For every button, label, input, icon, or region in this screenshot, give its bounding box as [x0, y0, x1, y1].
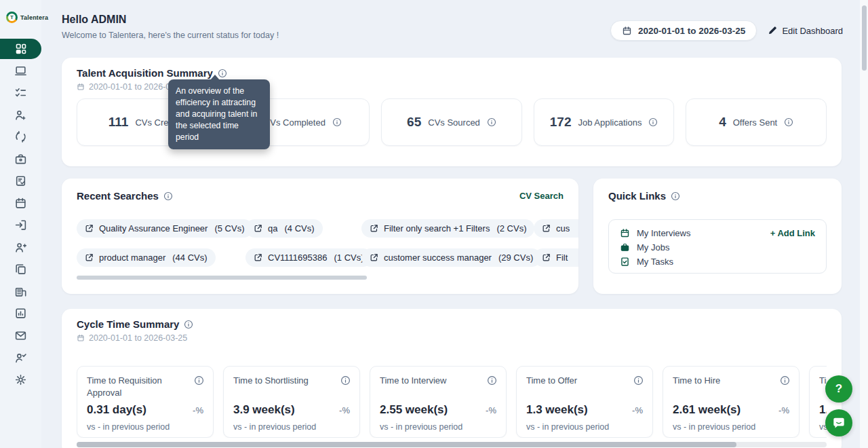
- sidebar-item-copy[interactable]: [0, 259, 41, 281]
- user-plus-icon: [14, 109, 27, 122]
- date-range-picker[interactable]: 2020-01-01 to 2026-03-25: [610, 20, 757, 41]
- date-range-value: 2020-01-01 to 2026-03-25: [638, 26, 745, 36]
- cycle-time-scrollbar-track: [77, 442, 827, 447]
- briefcase-icon: [14, 153, 27, 166]
- summary-title: Talent Acquisition Summary: [77, 67, 213, 79]
- sidebar-item-user-plus[interactable]: [0, 104, 41, 126]
- search-chip[interactable]: qa(4 CVs): [245, 219, 323, 238]
- person-add-icon: [14, 241, 27, 254]
- stat-offers-sent: 4 Offers Sent: [686, 98, 827, 146]
- sidebar-item-building[interactable]: [0, 280, 41, 303]
- sidebar-item-checklist[interactable]: [0, 82, 41, 105]
- sidebar-item-sync[interactable]: [0, 126, 41, 149]
- dashboard-icon: [15, 43, 27, 55]
- recent-searches-row-2: product manager(44 CVs) CV1111695386(1 C…: [77, 248, 564, 267]
- sidebar-item-report[interactable]: [0, 303, 41, 325]
- sidebar-nav: [0, 60, 41, 391]
- stat-cvs-sourced: 65 CVs Sourced: [381, 98, 522, 146]
- search-chip[interactable]: CV1111695386(1 CVs): [245, 248, 372, 267]
- info-icon[interactable]: [487, 375, 497, 386]
- search-chip[interactable]: Filt: [534, 248, 578, 267]
- sidebar-item-settings[interactable]: [0, 369, 41, 391]
- cycle-card-clipped: Tim 1.1 vs: [809, 366, 827, 438]
- page-scrollbar-thumb[interactable]: [862, 5, 867, 71]
- quick-link-my-tasks[interactable]: My Tasks: [620, 255, 815, 269]
- cycle-card-time-to-hire: Time to Hire 2.61 week(s)-% vs - in prev…: [663, 366, 800, 438]
- quick-links-title: Quick Links: [608, 190, 666, 202]
- info-icon[interactable]: [487, 117, 496, 127]
- quick-link-my-jobs[interactable]: My Jobs: [620, 240, 815, 255]
- cycle-time-title: Cycle Time Summary: [77, 318, 179, 330]
- info-icon[interactable]: [780, 375, 790, 386]
- user-check-icon: [14, 351, 27, 364]
- info-icon[interactable]: [340, 375, 351, 386]
- chat-button[interactable]: [825, 409, 852, 436]
- quick-links-box: My Interviews My Jobs My Tasks + Add Lin…: [608, 219, 827, 274]
- copy-icon: [14, 263, 27, 276]
- greeting-block: Hello ADMIN Welcome to Talentera, here's…: [62, 14, 279, 40]
- chat-bubble-icon: [831, 415, 846, 430]
- header-actions: 2020-01-01 to 2026-03-25 Edit Dashboard: [610, 20, 843, 41]
- info-icon[interactable]: [194, 375, 204, 386]
- info-icon[interactable]: [648, 117, 658, 127]
- sign-in-icon: [14, 219, 27, 231]
- task-check-icon: [620, 257, 630, 267]
- edit-dashboard-button[interactable]: Edit Dashboard: [768, 26, 843, 36]
- main-content: Hello ADMIN Welcome to Talentera, here's…: [41, 0, 868, 448]
- calendar-icon: [14, 197, 27, 210]
- cycle-time-scrollbar-thumb[interactable]: [77, 442, 736, 447]
- clipboard-check-icon: [14, 174, 27, 187]
- stat-job-applications: 172 Job Applications: [534, 98, 675, 146]
- cycle-card-time-to-shortlisting: Time to Shortlisting 3.9 week(s)-% vs - …: [223, 366, 360, 438]
- cycle-card-time-to-offer: Time to Offer 1.3 week(s)-% vs - in prev…: [516, 366, 653, 438]
- summary-info-tooltip: An overview of the efficiency in attract…: [168, 79, 270, 149]
- talentera-logo-icon: T: [6, 12, 18, 23]
- briefcase-icon: [620, 242, 630, 253]
- sidebar-item-clipboard-check[interactable]: [0, 170, 41, 193]
- sidebar-item-user-check[interactable]: [0, 347, 41, 369]
- sidebar-item-dashboard[interactable]: [0, 39, 41, 59]
- info-icon[interactable]: [332, 117, 342, 127]
- search-chip[interactable]: product manager(44 CVs): [77, 248, 216, 267]
- info-icon[interactable]: [184, 320, 193, 329]
- info-icon[interactable]: [633, 375, 644, 386]
- cycle-card-time-to-requisition-approval: Time to Requisition Approval 0.31 day(s)…: [77, 366, 214, 438]
- cycle-time-summary-card: Cycle Time Summary 2020-01-01 to 2026-03…: [62, 309, 842, 448]
- sidebar-item-briefcase[interactable]: [0, 148, 41, 170]
- add-link-button[interactable]: + Add Link: [770, 228, 815, 238]
- calendar-icon: [622, 26, 632, 36]
- external-link-icon: [370, 253, 378, 262]
- external-link-icon: [542, 253, 551, 262]
- monitor-icon: [14, 64, 27, 77]
- search-chip[interactable]: customer success manager(29 CVs): [361, 248, 541, 267]
- pencil-icon: [768, 26, 777, 35]
- cycle-time-date-range: 2020-01-01 to 2026-03-25: [77, 333, 827, 343]
- search-chip[interactable]: Filter only search +1 Filters(2 CVs): [361, 219, 534, 238]
- calendar-icon: [620, 228, 630, 238]
- cv-search-link[interactable]: CV Search: [519, 191, 564, 201]
- search-chip[interactable]: cus: [534, 219, 578, 238]
- settings-icon: [14, 373, 27, 386]
- sidebar-item-mail[interactable]: [0, 324, 41, 347]
- sidebar-item-monitor[interactable]: [0, 60, 41, 82]
- info-icon[interactable]: [671, 191, 680, 201]
- sidebar-item-sign-in[interactable]: [0, 214, 41, 237]
- recent-searches-card: Recent Searches CV Search Quality Assura…: [62, 179, 578, 294]
- info-icon[interactable]: [163, 191, 173, 201]
- quick-links-card: Quick Links My Interviews My Jobs: [593, 179, 842, 294]
- sidebar-item-person-add[interactable]: [0, 236, 41, 259]
- page-subtitle: Welcome to Talentera, here's the current…: [62, 31, 279, 40]
- recent-searches-row-1: Quality Assurance Engineer(5 CVs) qa(4 C…: [77, 219, 564, 238]
- sidebar-item-calendar[interactable]: [0, 192, 41, 214]
- report-icon: [14, 307, 27, 320]
- external-link-icon: [254, 224, 262, 233]
- info-icon[interactable]: [784, 117, 793, 127]
- checklist-icon: [14, 86, 27, 99]
- search-chip[interactable]: Quality Assurance Engineer(5 CVs): [77, 219, 253, 238]
- cycle-time-cards-row: Time to Requisition Approval 0.31 day(s)…: [77, 366, 827, 438]
- page-title: Hello ADMIN: [62, 14, 279, 26]
- recent-searches-scrollbar[interactable]: [77, 276, 367, 280]
- help-button[interactable]: ?: [825, 375, 852, 403]
- building-icon: [14, 285, 27, 298]
- external-link-icon: [254, 253, 262, 262]
